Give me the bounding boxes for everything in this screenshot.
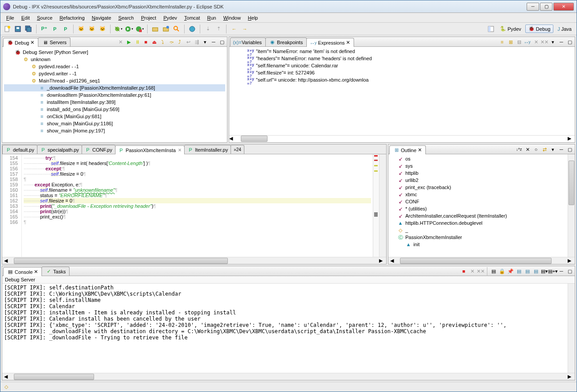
expression-item[interactable]: x+y=?"self.url"= unicode: http://passion… bbox=[247, 76, 557, 83]
expression-item[interactable]: x+y=?"headers"= NameError: name 'headers… bbox=[247, 55, 557, 62]
debug-tree-item[interactable]: ⚙unknown bbox=[4, 56, 225, 63]
drop-frame-button[interactable]: ↩ bbox=[184, 38, 192, 46]
vertical-scrollbar[interactable] bbox=[568, 154, 575, 257]
menu-project[interactable]: Project bbox=[138, 14, 159, 21]
menu-refactoring[interactable]: Refactoring bbox=[57, 14, 88, 21]
line-gutter[interactable]: 154155156157158159160161162163164165166 bbox=[2, 154, 22, 257]
next-annotation-button[interactable]: ⇣ bbox=[203, 24, 213, 34]
tab-console[interactable]: ▤Console✕ bbox=[3, 267, 42, 276]
menu-search[interactable]: Search bbox=[115, 14, 137, 21]
tab-debug[interactable]: 🐞Debug✕ bbox=[3, 38, 38, 47]
hide-static-button[interactable]: ○ bbox=[532, 145, 540, 153]
minimize-view-button[interactable]: ─ bbox=[557, 145, 565, 153]
menu-pydev[interactable]: Pydev bbox=[160, 14, 180, 21]
minimize-button[interactable]: ─ bbox=[527, 3, 539, 11]
terminate-console-button[interactable]: ■ bbox=[460, 267, 468, 275]
editor-tab[interactable]: »24 bbox=[231, 145, 244, 154]
horizontal-scrollbar[interactable]: ◀▶ bbox=[2, 373, 575, 380]
view-menu-button[interactable]: ▾ bbox=[549, 145, 557, 153]
tab-outline[interactable]: ⊞Outline✕ bbox=[389, 145, 426, 154]
resume-button[interactable]: ▶ bbox=[125, 38, 133, 46]
close-icon[interactable]: ✕ bbox=[346, 40, 350, 45]
maximize-view-button[interactable]: ▢ bbox=[566, 145, 574, 153]
maximize-view-button[interactable]: ▢ bbox=[566, 38, 574, 46]
remove-launch-button[interactable]: ✕ bbox=[468, 267, 476, 275]
outline-item[interactable]: ↙sys bbox=[389, 162, 567, 169]
sort-button[interactable]: ↓ᴬz bbox=[515, 145, 523, 153]
maximize-view-button[interactable]: ▢ bbox=[566, 267, 574, 275]
tab-servers[interactable]: 🖥Servers bbox=[38, 37, 70, 46]
menu-edit[interactable]: Edit bbox=[18, 14, 33, 21]
perspective-java[interactable]: JJava bbox=[554, 25, 575, 33]
add-expression-button[interactable]: ₓ₊y bbox=[523, 38, 532, 46]
tab-tasks[interactable]: ✓Tasks bbox=[41, 267, 70, 276]
save-button[interactable] bbox=[13, 24, 23, 34]
show-on-out-button[interactable]: ▤ bbox=[523, 267, 532, 275]
save-all-button[interactable] bbox=[24, 24, 33, 34]
debug-tree-item[interactable]: ⚙MainThread - pid1296_seq1 bbox=[4, 77, 225, 84]
debug-tree-item[interactable]: ≡onClick [MainGui.py:681] bbox=[4, 113, 225, 120]
step-into-button[interactable]: ⤵ bbox=[159, 38, 167, 46]
debug-tree-item[interactable]: ⚙pydevd.reader - -1 bbox=[4, 63, 225, 70]
step-over-button[interactable]: ⤼ bbox=[167, 38, 175, 46]
step-return-button[interactable]: ⤴ bbox=[176, 38, 184, 46]
tab-expressions[interactable]: ₓ₊yExpressions✕ bbox=[306, 38, 354, 47]
editor-tab[interactable]: Pspecialpath.py bbox=[37, 145, 82, 154]
show-on-err-button[interactable]: ▤ bbox=[532, 267, 540, 275]
menu-tomcat[interactable]: Tomcat bbox=[181, 14, 203, 21]
suspend-button[interactable]: ⏸ bbox=[133, 38, 141, 46]
outline-item[interactable]: ⒸPassionXbmcItemInstaller bbox=[389, 234, 567, 241]
outline-item[interactable]: ↙CONF bbox=[389, 198, 567, 205]
minimize-view-button[interactable]: ─ bbox=[557, 38, 565, 46]
pin-console-button[interactable]: 📌 bbox=[507, 267, 515, 275]
menu-window[interactable]: Window bbox=[220, 14, 244, 21]
outline-item[interactable]: ↙* (utilities) bbox=[389, 205, 567, 212]
outline-item[interactable]: ◇_ bbox=[389, 227, 567, 234]
outline-item[interactable]: ↙print_exc (traceback) bbox=[389, 184, 567, 191]
close-icon[interactable]: ✕ bbox=[418, 147, 422, 153]
outline-item[interactable]: ↙urllib2 bbox=[389, 177, 567, 184]
view-menu-button[interactable]: ▾ bbox=[201, 38, 209, 46]
clear-console-button[interactable]: ▤ bbox=[490, 267, 498, 275]
tab-breakpoints[interactable]: ◉Breakpoints bbox=[265, 37, 307, 46]
new-button[interactable] bbox=[2, 24, 12, 34]
show-logical-button[interactable]: ⊞ bbox=[507, 38, 515, 46]
remove-terminated-button[interactable]: ✕ bbox=[116, 38, 124, 46]
editor-tab[interactable]: Pdefault.py bbox=[2, 145, 37, 154]
debug-tree[interactable]: 🐞Debug Server [Python Server]⚙unknown⚙py… bbox=[2, 47, 227, 142]
debug-tree-item[interactable]: ⚙pydevd.writer - -1 bbox=[4, 70, 225, 77]
display-selected-button[interactable]: ▤ bbox=[515, 267, 523, 275]
forward-button[interactable]: → bbox=[240, 24, 250, 34]
view-menu-button[interactable]: ▾ bbox=[549, 38, 557, 46]
back-button[interactable]: ← bbox=[229, 24, 239, 34]
open-type-button[interactable] bbox=[150, 24, 160, 34]
menu-navigate[interactable]: Navigate bbox=[89, 14, 114, 21]
vertical-scrollbar[interactable] bbox=[379, 154, 386, 257]
expressions-list[interactable]: x+y=?"item"= NameError: name 'item' is n… bbox=[229, 47, 575, 135]
link-editor-button[interactable]: ⇄ bbox=[540, 145, 548, 153]
debug-tree-item[interactable]: ≡show_main [Home.py:197] bbox=[4, 127, 225, 134]
outline-item[interactable]: ↙xbmc bbox=[389, 191, 567, 198]
step-filters-button[interactable]: ⇶ bbox=[193, 38, 201, 46]
outline-item[interactable]: ↙httplib bbox=[389, 169, 567, 177]
perspective-pydev[interactable]: 🐍Pydev bbox=[497, 25, 524, 33]
code-editor[interactable]: 154155156157158159160161162163164165166 … bbox=[2, 154, 386, 257]
outline-tree[interactable]: ↙os↙sys↙httplib↙urllib2↙print_exc (trace… bbox=[388, 154, 568, 257]
overview-ruler[interactable] bbox=[373, 154, 379, 257]
search-button[interactable] bbox=[172, 24, 181, 34]
prev-annotation-button[interactable]: ⇡ bbox=[214, 24, 223, 34]
tab-variables[interactable]: (x)=Variables bbox=[230, 37, 266, 46]
minimize-view-button[interactable]: ─ bbox=[557, 267, 565, 275]
editor-tab[interactable]: PCONF.py bbox=[82, 145, 115, 154]
open-perspective-button[interactable] bbox=[486, 24, 496, 34]
debug-tree-item[interactable]: ≡downloadItem [PassionXbmcItemInstaller.… bbox=[4, 91, 225, 99]
external-tools-button[interactable]: ▾ bbox=[135, 24, 144, 34]
close-button[interactable]: ✕ bbox=[553, 3, 574, 11]
maximize-view-button[interactable]: ▢ bbox=[218, 38, 226, 46]
vertical-scrollbar[interactable] bbox=[568, 284, 575, 373]
debug-tree-item[interactable]: ≡show_main [MainGui.py:1186] bbox=[4, 120, 225, 127]
outline-item[interactable]: ▲init bbox=[389, 241, 567, 248]
debug-button[interactable]: ▾ bbox=[113, 24, 123, 34]
run-button[interactable]: ▾ bbox=[124, 24, 134, 34]
outline-item[interactable]: ↙ArchItemInstaller,cancelRequest (ItemIn… bbox=[389, 212, 567, 219]
